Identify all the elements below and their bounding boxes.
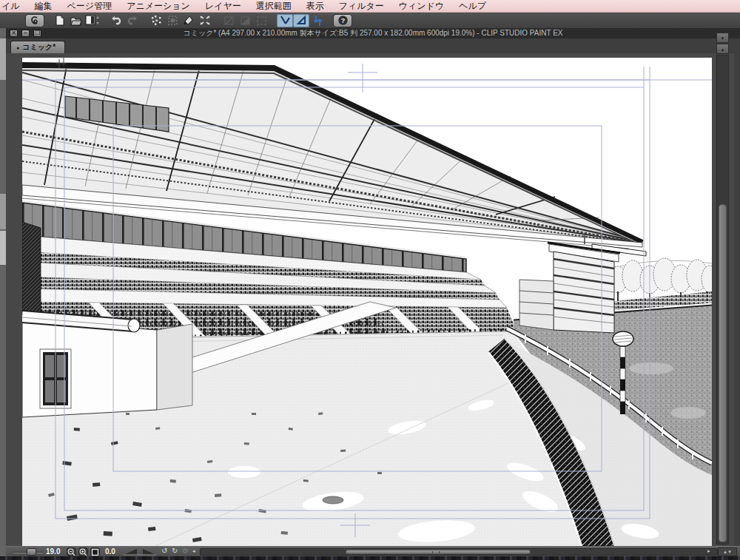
invert-selection-button[interactable] [221, 14, 237, 27]
open-file-button[interactable] [68, 14, 84, 27]
save-file-button[interactable] [84, 14, 101, 27]
snap-grid-icon [312, 15, 323, 27]
status-bar: 19.0 0.0 ↺ ↻ ⚙ ◂ [6, 546, 740, 556]
tab-label: コミック* [22, 42, 56, 53]
transform-button[interactable] [197, 14, 213, 27]
dock-segment[interactable] [0, 231, 6, 265]
clip-studio-logo-icon [29, 16, 41, 26]
zoom-out-icon [67, 548, 75, 556]
menu-page-management[interactable]: ページ管理 [60, 0, 120, 13]
reset-view-button[interactable]: ⚙ [182, 547, 189, 555]
rotate-left-button[interactable]: ↺ [161, 547, 167, 555]
menu-file-partial[interactable]: イル [0, 0, 27, 13]
fit-screen-icon [91, 548, 99, 556]
command-toolbar: ? [0, 13, 740, 28]
vertical-scrollbar-thumb[interactable] [719, 204, 727, 542]
menu-animation[interactable]: アニメーション [119, 0, 198, 13]
deselect-icon [151, 15, 162, 26]
modified-dot-icon: ● [16, 45, 19, 50]
rotation-slider[interactable] [123, 547, 157, 556]
help-icon: ? [337, 15, 349, 26]
snap-ruler-icon [280, 15, 291, 26]
zoom-value: 19.0 [46, 547, 60, 556]
horizontal-scrollbar[interactable] [200, 548, 718, 556]
left-dock-edge [0, 13, 6, 556]
help-button[interactable]: ? [333, 14, 352, 27]
save-icon [85, 15, 100, 26]
clip-studio-logo-button[interactable] [25, 14, 44, 27]
scroll-right-arrow[interactable]: ▸ [707, 548, 710, 554]
document-title: コミック* (A4 297.00 x 210.00mm 製本サイズ:B5 判 2… [6, 28, 740, 38]
menu-layer[interactable]: レイヤー [198, 0, 249, 13]
rotation-value: 0.0 [105, 547, 115, 556]
desktop-edge [0, 556, 740, 560]
svg-text:?: ? [340, 17, 345, 24]
snap-to-special-ruler-button[interactable] [293, 14, 309, 27]
selection-launcher-button[interactable] [237, 14, 253, 27]
vertical-scrollbar[interactable] [716, 55, 729, 544]
snap-to-grid-button[interactable] [309, 14, 326, 27]
canvas-viewport [6, 53, 734, 546]
menu-edit[interactable]: 編集 [27, 0, 60, 13]
zoom-in-button[interactable] [78, 547, 88, 556]
rotate-right-button[interactable]: ↻ [172, 547, 178, 555]
new-file-button[interactable] [52, 14, 68, 27]
menu-help[interactable]: ヘルプ [451, 0, 494, 13]
dock-segment [0, 38, 6, 80]
selection-border-button[interactable] [253, 14, 269, 27]
menu-filter[interactable]: フィルター [332, 0, 391, 13]
zoom-out-button[interactable] [67, 547, 76, 556]
open-folder-icon [70, 16, 82, 26]
document-title-bar: ✕ − ❐ コミック* (A4 297.00 x 210.00mm 製本サイズ:… [6, 28, 740, 38]
scroll-left-arrow[interactable]: ◂ [192, 548, 195, 554]
invert-selection-icon [223, 16, 235, 26]
canvas-artwork[interactable] [22, 58, 712, 546]
view-option-button-top[interactable]: ▾ [716, 33, 729, 43]
paint-bucket-icon [183, 15, 195, 26]
selection-launcher-icon [240, 16, 251, 26]
selection-border-icon [256, 16, 267, 26]
menu-window[interactable]: ウィンドウ [391, 0, 451, 13]
transform-icon [199, 15, 211, 26]
redo-arrow-icon [127, 16, 138, 25]
horizontal-scrollbar-thumb[interactable] [346, 550, 531, 554]
zoom-in-icon [79, 548, 87, 556]
fit-to-screen-button[interactable] [90, 547, 100, 556]
new-file-icon [55, 15, 65, 26]
deselect-button[interactable] [148, 14, 164, 27]
chevron-up-icon: ▴ [722, 47, 724, 52]
document-tab-bar: ● コミック* [6, 38, 740, 53]
dock-segment[interactable] [0, 194, 6, 229]
menu-view[interactable]: 表示 [299, 0, 332, 13]
snap-to-ruler-button[interactable] [277, 14, 293, 27]
undo-arrow-icon [110, 16, 122, 25]
reselect-icon [167, 15, 178, 26]
fill-button[interactable] [181, 14, 197, 27]
clip-studio-paint-window: イル 編集 ページ管理 アニメーション レイヤー 選択範囲 表示 フィルター ウ… [0, 0, 740, 560]
menu-selection[interactable]: 選択範囲 [249, 0, 299, 13]
canvas-page[interactable] [22, 58, 712, 546]
zoom-slider-handle[interactable] [27, 548, 36, 556]
snap-special-ruler-icon [296, 15, 307, 26]
redo-button[interactable] [124, 14, 141, 27]
undo-button[interactable] [108, 14, 124, 27]
chevron-down-icon: ▾ [722, 36, 724, 41]
reselect-button[interactable] [164, 14, 181, 27]
tab-comic[interactable]: ● コミック* [10, 41, 65, 53]
scrollbar-corner-buttons[interactable]: ▲▼ [718, 547, 737, 556]
menu-bar: イル 編集 ページ管理 アニメーション レイヤー 選択範囲 表示 フィルター ウ… [0, 0, 740, 13]
view-option-button-bottom[interactable]: ▴ [716, 44, 729, 54]
